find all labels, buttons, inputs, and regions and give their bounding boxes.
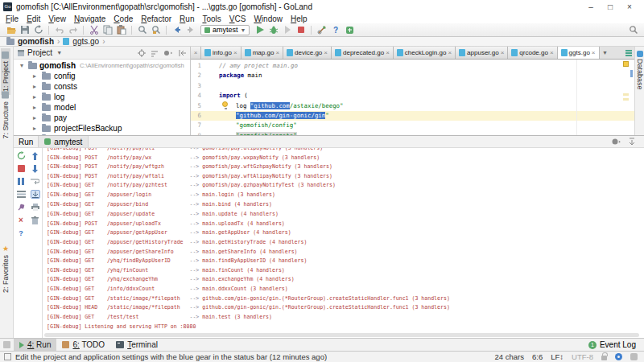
cut-icon[interactable] [87, 24, 101, 36]
print-icon[interactable] [31, 203, 40, 212]
forward-icon[interactable] [184, 24, 197, 36]
tree-folder-row[interactable]: ▸ pay [14, 113, 190, 123]
toolwindow-terminal-button[interactable]: Terminal [110, 339, 163, 351]
close-icon[interactable]: × [386, 49, 390, 56]
settings-gear-icon[interactable] [611, 138, 621, 146]
tree-folder-row[interactable]: ▸ projectFilesBackup [14, 123, 190, 134]
chevron-collapsed-icon[interactable]: ▸ [33, 72, 39, 80]
vcs-icon[interactable] [342, 24, 356, 36]
chevron-collapsed-icon[interactable]: ▸ [33, 125, 39, 132]
clipped-tab[interactable]: × [191, 47, 201, 59]
find-icon[interactable] [135, 24, 149, 36]
undo-icon[interactable] [52, 24, 66, 36]
toolwindow-structure[interactable]: 7: Structure [1, 88, 10, 142]
lock-icon[interactable] [601, 356, 607, 360]
editor-tab[interactable]: qrcode.go × [508, 47, 557, 59]
code-line[interactable] [212, 81, 634, 91]
help-icon[interactable]: ? [16, 228, 26, 237]
locate-icon[interactable] [138, 49, 146, 57]
menu-item[interactable]: Run [175, 14, 198, 23]
horizontal-scrollbar[interactable] [44, 333, 639, 337]
encoding-indicator[interactable]: UTF-8 [572, 352, 593, 361]
code-line[interactable]: log "github.com/astaxie/beego" [212, 101, 634, 111]
tree-root-row[interactable]: ▾ gomofish C:\AllEnvironment\gopath\src\… [14, 60, 190, 71]
close-icon[interactable]: × [592, 49, 596, 56]
run-configuration-select[interactable]: amytest ▼ [200, 25, 250, 35]
editor-tab[interactable]: ggts.go × [558, 47, 600, 59]
menu-item[interactable]: Tools [198, 14, 225, 23]
code-editor[interactable]: 12345678 // amy project main.gopackage m… [191, 60, 634, 135]
close-icon[interactable]: × [448, 49, 452, 56]
back-icon[interactable] [170, 24, 184, 36]
open-icon[interactable] [4, 24, 18, 36]
toolwindow-todo-button[interactable]: 6: TODO [56, 339, 110, 351]
code-line[interactable]: // amy project main.go [212, 61, 634, 71]
tab-list-icon[interactable] [623, 47, 634, 59]
close-icon[interactable]: × [550, 49, 554, 56]
toolwindow-switcher-icon[interactable] [0, 341, 14, 348]
close-icon[interactable]: × [501, 49, 505, 56]
save-icon[interactable] [18, 24, 31, 36]
menu-item[interactable]: File [2, 14, 23, 23]
run-console-output[interactable]: [GIN-debug] POST /notify/pay/ali --> gom… [43, 148, 644, 338]
menu-item[interactable]: Edit [23, 14, 44, 23]
close-icon[interactable]: × [275, 49, 279, 56]
clear-all-icon[interactable] [31, 216, 40, 224]
code-line[interactable]: "gomofish/consts" [212, 131, 634, 135]
editor-tab[interactable]: map.go × [242, 47, 283, 59]
replace-icon[interactable] [149, 24, 163, 36]
collapse-panel-icon[interactable] [628, 138, 636, 146]
rerun-icon[interactable] [16, 151, 26, 160]
menu-item[interactable]: Help [287, 14, 312, 23]
line-ending-indicator[interactable]: LF↕ [551, 352, 564, 361]
menu-item[interactable]: Refactor [137, 14, 175, 23]
down-stack-trace-icon[interactable] [31, 164, 40, 173]
paste-icon[interactable] [114, 24, 128, 36]
gear-icon[interactable] [615, 353, 622, 360]
intention-bulb-icon[interactable] [222, 101, 228, 107]
hector-icon[interactable] [630, 353, 638, 360]
menu-item[interactable]: Navigate [70, 14, 109, 23]
debug-icon[interactable] [266, 24, 280, 36]
up-stack-trace-icon[interactable] [31, 151, 40, 160]
stop-icon[interactable] [16, 164, 26, 173]
editor-tab[interactable]: info.go × [201, 47, 242, 59]
caret-position[interactable]: 6:6 [532, 352, 543, 361]
maximize-button[interactable]: □ [601, 1, 620, 13]
toolwindow-run-button[interactable]: 4: Run [14, 339, 56, 351]
close-icon[interactable]: × [233, 49, 237, 56]
close-icon[interactable]: × [16, 216, 26, 224]
menu-item[interactable]: View [44, 14, 70, 23]
pin-icon[interactable] [16, 203, 26, 212]
settings-gear-icon[interactable] [163, 49, 174, 57]
tree-folder-row[interactable]: ▸ config [14, 71, 190, 81]
menu-item[interactable]: VCS [225, 14, 250, 23]
close-icon[interactable]: × [194, 49, 198, 56]
event-log-button[interactable]: 1 Event Log [588, 340, 644, 349]
menu-item[interactable]: Window [250, 14, 287, 23]
tree-folder-row[interactable]: ▸ log [14, 92, 190, 102]
collapse-all-icon[interactable] [151, 49, 159, 57]
menu-item[interactable]: Code [109, 14, 137, 23]
search-everywhere-icon[interactable] [626, 24, 640, 36]
stop-icon[interactable] [294, 24, 308, 36]
toolwindow-database[interactable]: Database [635, 51, 644, 90]
status-message[interactable]: Edit the project and application setting… [15, 352, 495, 361]
hidden-tabs-dropdown-icon[interactable]: ▼ [600, 47, 611, 59]
minimize-button[interactable]: – [581, 1, 601, 13]
scroll-to-end-icon[interactable] [31, 190, 40, 199]
close-button[interactable]: × [620, 1, 639, 13]
soft-wrap-icon[interactable] [31, 177, 40, 186]
run-icon[interactable] [253, 24, 266, 36]
chevron-collapsed-icon[interactable]: ▸ [33, 93, 39, 101]
sync-icon[interactable] [31, 24, 45, 36]
editor-tab[interactable]: device.go × [283, 47, 332, 59]
chevron-collapsed-icon[interactable]: ▸ [33, 104, 39, 111]
close-icon[interactable]: × [324, 49, 328, 56]
redo-icon[interactable] [66, 24, 80, 36]
restore-layout-icon[interactable] [16, 190, 26, 199]
tree-folder-row[interactable]: ▸ consts [14, 81, 190, 92]
copy-icon[interactable] [101, 24, 114, 36]
editor-tab[interactable]: deprecated.go × [332, 47, 394, 59]
breadcrumb-project[interactable]: gomofish [18, 37, 54, 46]
